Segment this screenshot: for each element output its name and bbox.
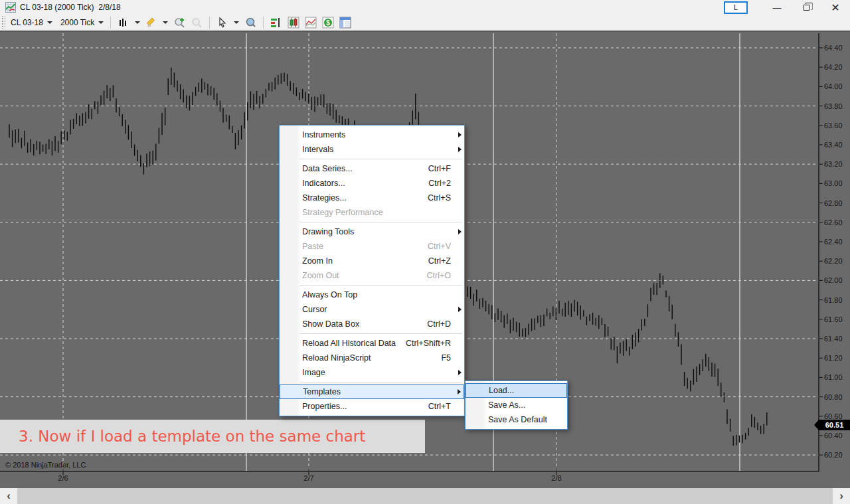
- menu-item-label: Always On Top: [302, 290, 357, 299]
- menu-item-label: Intervals: [302, 145, 333, 154]
- price-axis-label: 63.60: [824, 122, 843, 129]
- menu-item-shortcut: Ctrl+D: [427, 319, 451, 329]
- menu-item-indicators[interactable]: Indicators... Ctrl+2: [280, 176, 464, 191]
- horizontal-scrollbar[interactable]: ‹ ›: [0, 488, 850, 504]
- drawing-tools-pencil-icon[interactable]: [144, 16, 159, 29]
- menu-item-strategies[interactable]: Strategies... Ctrl+S: [280, 191, 464, 205]
- restore-button[interactable]: [792, 0, 821, 15]
- menu-separator: [299, 222, 462, 222]
- menu-item-shortcut: Ctrl+Shift+R: [406, 339, 451, 348]
- menu-item-data-series[interactable]: Data Series... Ctrl+F: [280, 161, 464, 176]
- menu-item-reload-all-historical-data[interactable]: Reload All Historical Data Ctrl+Shift+R: [280, 336, 464, 351]
- menu-item-zoom-in[interactable]: Zoom In Ctrl+Z: [280, 254, 464, 268]
- menu-item-label: Paste: [302, 242, 323, 251]
- menu-item-show-data-box[interactable]: Show Data Box Ctrl+D: [280, 317, 464, 331]
- annotation-banner: 3. Now if I load a template on the same …: [0, 420, 425, 453]
- close-button[interactable]: ✕: [821, 0, 850, 15]
- chart-toolbar: CL 03-18 2000 Tick: [0, 15, 850, 32]
- chevron-down-icon[interactable]: [98, 21, 104, 24]
- menu-item-strategy-performance[interactable]: Strategy Performance: [280, 205, 464, 220]
- window-title: CL 03-18 (2000 Tick) 2/8/18: [20, 3, 121, 12]
- toolbar-separator: [263, 17, 264, 29]
- price-ladder-icon[interactable]: [269, 16, 284, 29]
- price-axis-label: 61.00: [824, 373, 843, 381]
- menu-item-label: Image: [302, 368, 325, 377]
- menu-item-properties[interactable]: Properties... Ctrl+T: [280, 399, 464, 414]
- dollar-icon[interactable]: $: [321, 16, 335, 29]
- toolbar-grip[interactable]: [1, 16, 5, 29]
- menu-item-instruments[interactable]: Instruments: [280, 127, 464, 142]
- scrollbar-thumb[interactable]: [17, 488, 833, 504]
- menu-item-load[interactable]: Load...: [466, 383, 567, 398]
- price-axis-label: 63.00: [824, 179, 843, 187]
- menu-item-reload-ninjascript[interactable]: Reload NinjaScript F5: [280, 351, 464, 365]
- chevron-down-icon[interactable]: [163, 21, 168, 24]
- menu-item-shortcut: Ctrl+O: [427, 271, 451, 280]
- price-axis-label: 61.40: [824, 335, 843, 343]
- toolbar-separator: [209, 17, 210, 29]
- interval-selector[interactable]: 2000 Tick: [60, 18, 94, 27]
- price-axis-label: 62.60: [824, 218, 843, 226]
- mini-chart-icon[interactable]: [303, 16, 318, 29]
- menu-item-label: Cursor: [302, 305, 327, 314]
- menu-item-image[interactable]: Image: [280, 365, 464, 380]
- price-axis-label: 60.40: [824, 432, 843, 440]
- menu-item-shortcut: F5: [441, 353, 451, 363]
- menu-item-paste[interactable]: Paste Ctrl+V: [280, 239, 464, 254]
- chart-style-icon[interactable]: [116, 16, 131, 29]
- price-axis-label: 63.40: [824, 141, 843, 149]
- price-axis-label: 62.00: [824, 276, 843, 284]
- minimize-button[interactable]: —: [762, 0, 792, 15]
- price-axis-label: 61.60: [824, 315, 843, 323]
- price-axis-label: 60.20: [824, 451, 843, 459]
- menu-item-save-as[interactable]: Save As...: [466, 398, 567, 412]
- menu-separator: [299, 159, 462, 159]
- price-axis-label: 62.40: [824, 238, 843, 246]
- menu-item-drawing-tools[interactable]: Drawing Tools: [280, 224, 464, 239]
- menu-item-label: Properties...: [302, 402, 347, 411]
- annotation-text: 3. Now if I load a template on the same …: [19, 428, 365, 445]
- scroll-left-icon[interactable]: ‹: [0, 488, 17, 504]
- menu-item-shortcut: Ctrl+2: [428, 179, 451, 188]
- submenu-arrow-icon: [458, 370, 462, 375]
- chevron-down-icon[interactable]: [135, 21, 140, 24]
- price-axis-label: 62.20: [824, 257, 843, 265]
- menu-item-label: Reload NinjaScript: [302, 353, 371, 363]
- menu-item-templates[interactable]: Templates: [280, 384, 464, 399]
- submenu-arrow-icon: [458, 147, 462, 152]
- menu-separator: [299, 333, 462, 334]
- candlestick-panel-icon[interactable]: [286, 16, 301, 29]
- instrument-selector[interactable]: CL 03-18: [11, 18, 43, 27]
- link-button[interactable]: L: [724, 1, 748, 14]
- app-chart-icon: [5, 2, 16, 13]
- date-axis-label: 2/8: [551, 474, 561, 482]
- menu-item-intervals[interactable]: Intervals: [280, 142, 464, 157]
- menu-item-zoom-out[interactable]: Zoom Out Ctrl+O: [280, 268, 464, 283]
- zoom-window-icon[interactable]: [243, 16, 258, 29]
- chevron-down-icon[interactable]: [47, 21, 52, 24]
- templates-submenu: Load... Save As... Save As Default: [465, 380, 568, 430]
- menu-item-save-as-default[interactable]: Save As Default: [466, 412, 567, 427]
- cursor-pointer-icon[interactable]: [215, 16, 230, 29]
- date-axis-label: 2/6: [58, 474, 68, 482]
- scroll-right-icon[interactable]: ›: [833, 488, 850, 504]
- price-axis-label: 62.80: [824, 199, 843, 207]
- menu-item-label: Data Series...: [302, 164, 353, 173]
- zoom-in-icon[interactable]: [172, 16, 187, 29]
- title-bar: CL 03-18 (2000 Tick) 2/8/18 L — ✕: [0, 0, 850, 15]
- menu-item-label: Reload All Historical Data: [302, 339, 396, 348]
- menu-item-always-on-top[interactable]: Always On Top: [280, 288, 464, 302]
- price-axis-label: 64.40: [824, 44, 843, 52]
- menu-separator: [299, 285, 462, 286]
- toolbar-separator: [110, 17, 111, 29]
- price-axis-label: 61.80: [824, 296, 843, 304]
- menu-item-shortcut: Ctrl+T: [428, 402, 451, 411]
- submenu-arrow-icon: [458, 132, 462, 137]
- menu-item-label: Zoom In: [302, 256, 333, 266]
- menu-item-label: Drawing Tools: [302, 227, 354, 236]
- chevron-down-icon[interactable]: [234, 21, 239, 24]
- menu-item-cursor[interactable]: Cursor: [280, 302, 464, 317]
- menu-item-label: Strategies...: [302, 193, 347, 203]
- menu-item-shortcut: Ctrl+F: [428, 164, 451, 173]
- data-panel-icon[interactable]: [338, 16, 353, 29]
